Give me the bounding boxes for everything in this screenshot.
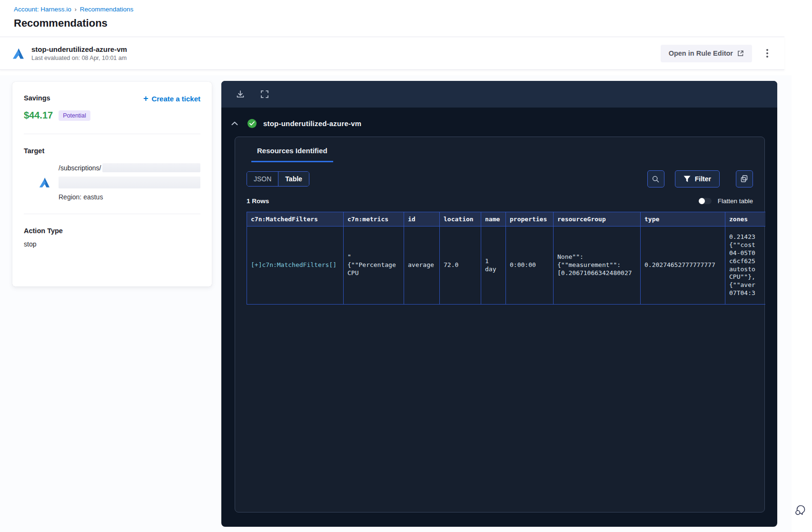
target-label: Target <box>24 147 44 155</box>
col-header-name[interactable]: name <box>481 212 506 227</box>
table-controls-row: JSON Table Filter <box>247 170 753 187</box>
cell-zones: 0.21423 {""cost 04-05T0 c6cf625 autosto … <box>725 227 766 305</box>
plus-icon: + <box>143 94 149 103</box>
panel-heading: stop-underutilized-azure-vm <box>221 108 777 128</box>
results-table-container: c7n:MatchedFilters c7n:metrics id locati… <box>247 212 765 305</box>
target-details: /subscriptions/ Region: eastus <box>39 163 200 201</box>
breadcrumb-separator: › <box>75 6 77 13</box>
flatten-table-control: Flatten table <box>699 197 753 205</box>
rows-summary-row: 1 Rows Flatten table <box>247 197 753 205</box>
open-in-rule-editor-label: Open in Rule Editor <box>669 49 733 57</box>
cell-matchedfilters-expand[interactable]: [+]c7n:MatchedFilters[] <box>247 227 344 305</box>
potential-badge: Potential <box>59 110 90 121</box>
divider <box>24 134 200 134</box>
table-row: [+]c7n:MatchedFilters[] " {""Percentage … <box>247 227 766 305</box>
toggle-knob <box>699 198 705 204</box>
col-header-properties[interactable]: properties <box>506 212 554 227</box>
table-action-buttons: Filter <box>647 170 753 187</box>
azure-icon <box>12 47 25 60</box>
rule-title-block: stop-underutilized-azure-vm Last evaluat… <box>31 45 127 62</box>
chat-bubbles-icon[interactable] <box>793 502 807 519</box>
filter-funnel-icon <box>683 176 691 182</box>
copy-icon <box>740 175 749 183</box>
open-in-rule-editor-button[interactable]: Open in Rule Editor <box>661 45 752 62</box>
view-mode-segment: JSON Table <box>247 171 309 187</box>
cell-type: 0.20274652777777777 <box>641 227 725 305</box>
target-region: Region: eastus <box>59 193 200 201</box>
table-header-row: c7n:MatchedFilters c7n:metrics id locati… <box>247 212 766 227</box>
cell-location: 72.0 <box>440 227 481 305</box>
flatten-table-toggle[interactable] <box>699 198 712 204</box>
rule-identity: stop-underutilized-azure-vm Last evaluat… <box>12 45 127 62</box>
filter-button[interactable]: Filter <box>675 170 720 187</box>
savings-label: Savings <box>24 94 50 102</box>
cell-name: 1 day <box>481 227 506 305</box>
panel-toolbar <box>221 81 777 108</box>
action-type-label: Action Type <box>24 227 63 235</box>
create-ticket-button[interactable]: + Create a ticket <box>143 94 200 103</box>
rule-last-evaluated: Last evaluated on: 08 Apr, 10:01 am <box>31 55 127 61</box>
redacted-subscription-id <box>102 163 200 172</box>
search-button[interactable] <box>647 170 664 187</box>
filter-label: Filter <box>695 175 711 183</box>
page-title: Recommendations <box>14 17 812 37</box>
kebab-menu-icon[interactable] <box>762 46 772 60</box>
page-body: Savings + Create a ticket $44.17 Potenti… <box>0 75 792 532</box>
rows-count: 1 Rows <box>247 197 269 205</box>
results-table: c7n:MatchedFilters c7n:metrics id locati… <box>247 212 765 305</box>
col-header-resourcegroup[interactable]: resourceGroup <box>554 212 641 227</box>
copy-button[interactable] <box>736 170 753 187</box>
external-link-icon <box>737 50 744 57</box>
cell-properties: 0:00:00 <box>506 227 554 305</box>
rule-header-bar: stop-underutilized-azure-vm Last evaluat… <box>0 37 784 70</box>
rule-header-actions: Open in Rule Editor <box>661 45 772 62</box>
cell-id: average <box>404 227 440 305</box>
search-icon <box>652 175 660 183</box>
divider <box>24 214 200 214</box>
view-toggle-table[interactable]: Table <box>278 172 309 186</box>
cell-resourcegroup: None"": {""measurement"": [0.20671066342… <box>554 227 641 305</box>
col-header-metrics[interactable]: c7n:metrics <box>344 212 404 227</box>
tab-resources-identified[interactable]: Resources Identified <box>251 147 333 162</box>
resources-panel: stop-underutilized-azure-vm Resources Id… <box>221 81 777 527</box>
panel-rule-title: stop-underutilized-azure-vm <box>263 119 361 128</box>
breadcrumb: Account: Harness.io › Recommendations <box>14 6 812 13</box>
savings-card: Savings + Create a ticket $44.17 Potenti… <box>12 82 212 286</box>
redacted-resource-name <box>59 177 200 188</box>
download-icon[interactable] <box>236 89 245 99</box>
breadcrumb-current-link[interactable]: Recommendations <box>80 6 134 13</box>
rule-name: stop-underutilized-azure-vm <box>31 45 127 54</box>
check-circle-icon <box>248 119 257 128</box>
target-path: /subscriptions/ <box>59 164 101 172</box>
flatten-table-label: Flatten table <box>718 197 753 205</box>
azure-icon <box>39 177 50 188</box>
view-toggle-json[interactable]: JSON <box>247 172 278 186</box>
create-ticket-label: Create a ticket <box>151 95 200 103</box>
resources-identified-panel: Resources Identified JSON Table Filter <box>235 137 765 512</box>
breadcrumb-account-link[interactable]: Account: Harness.io <box>14 6 71 13</box>
cell-metrics: " {""Percentage CPU <box>344 227 404 305</box>
col-header-matchedfilters[interactable]: c7n:MatchedFilters <box>247 212 344 227</box>
chevron-up-icon[interactable] <box>231 121 238 126</box>
col-header-location[interactable]: location <box>440 212 481 227</box>
col-header-zones[interactable]: zones <box>725 212 766 227</box>
col-header-id[interactable]: id <box>404 212 440 227</box>
page-header: Account: Harness.io › Recommendations Re… <box>0 0 812 37</box>
fullscreen-icon[interactable] <box>260 90 269 99</box>
savings-amount: $44.17 <box>24 110 53 121</box>
col-header-type[interactable]: type <box>641 212 725 227</box>
action-type-value: stop <box>24 240 200 248</box>
